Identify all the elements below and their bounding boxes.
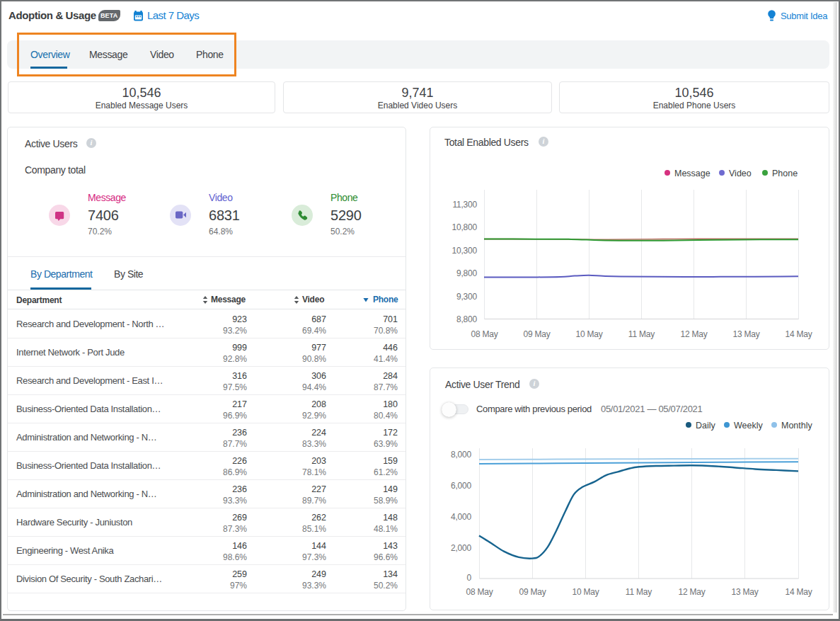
svg-text:09 May: 09 May [523, 329, 550, 339]
svg-text:9,300: 9,300 [456, 292, 478, 302]
svg-text:4,000: 4,000 [451, 512, 472, 522]
svg-text:9,800: 9,800 [456, 268, 478, 278]
svg-text:6,000: 6,000 [451, 481, 472, 491]
svg-text:10,300: 10,300 [451, 246, 477, 256]
svg-text:11 May: 11 May [626, 587, 652, 597]
svg-text:8,800: 8,800 [456, 314, 478, 324]
svg-text:10,800: 10,800 [451, 222, 477, 232]
svg-text:12 May: 12 May [678, 587, 705, 597]
svg-text:13 May: 13 May [731, 587, 758, 597]
svg-text:14 May: 14 May [785, 587, 812, 597]
svg-text:08 May: 08 May [471, 329, 497, 339]
svg-text:11,300: 11,300 [452, 200, 477, 210]
svg-text:14 May: 14 May [785, 329, 812, 339]
svg-text:8,000: 8,000 [451, 450, 472, 460]
svg-text:10 May: 10 May [575, 329, 602, 339]
svg-text:10 May: 10 May [572, 587, 599, 597]
svg-text:12 May: 12 May [680, 329, 707, 339]
svg-text:09 May: 09 May [519, 587, 546, 597]
svg-text:0: 0 [467, 573, 472, 583]
svg-text:08 May: 08 May [466, 587, 493, 597]
svg-text:13 May: 13 May [732, 329, 759, 339]
svg-text:11 May: 11 May [628, 329, 655, 339]
svg-text:2,000: 2,000 [451, 543, 472, 553]
